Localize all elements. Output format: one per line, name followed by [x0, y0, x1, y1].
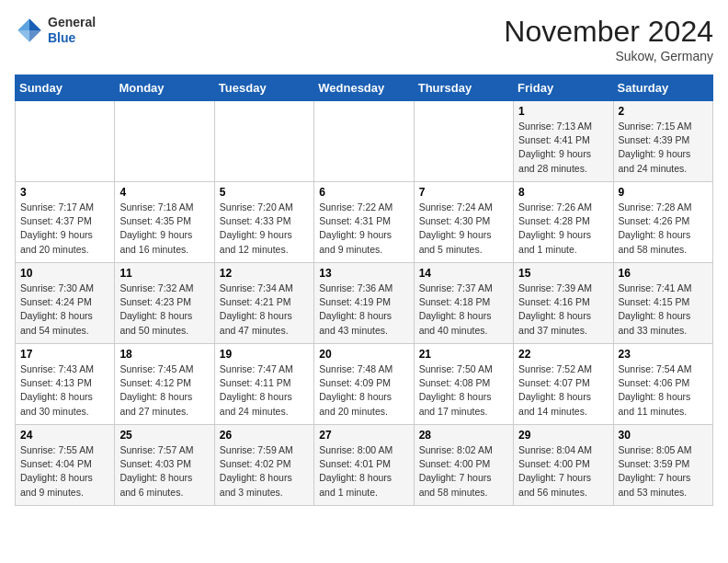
- week-row: 24Sunrise: 7:55 AM Sunset: 4:04 PM Dayli…: [16, 425, 713, 506]
- logo: General Blue: [15, 15, 96, 46]
- day-number: 26: [220, 429, 309, 442]
- day-number: 21: [419, 348, 508, 361]
- day-number: 1: [518, 105, 608, 118]
- weekday-header-friday: Friday: [514, 75, 613, 101]
- day-number: 14: [419, 267, 508, 280]
- weekday-row: SundayMondayTuesdayWednesdayThursdayFrid…: [16, 75, 713, 101]
- day-number: 10: [20, 267, 109, 280]
- day-cell: 23Sunrise: 7:54 AM Sunset: 4:06 PM Dayli…: [613, 344, 712, 425]
- day-cell: 9Sunrise: 7:28 AM Sunset: 4:26 PM Daylig…: [613, 182, 712, 263]
- day-info: Sunrise: 7:47 AM Sunset: 4:11 PM Dayligh…: [220, 362, 309, 419]
- day-info: Sunrise: 8:04 AM Sunset: 4:00 PM Dayligh…: [518, 443, 608, 500]
- day-info: Sunrise: 7:41 AM Sunset: 4:15 PM Dayligh…: [619, 282, 708, 338]
- day-info: Sunrise: 7:20 AM Sunset: 4:33 PM Dayligh…: [220, 201, 309, 257]
- day-number: 4: [119, 186, 209, 199]
- logo-icon: [15, 16, 44, 45]
- day-cell: [214, 101, 313, 182]
- day-cell: 19Sunrise: 7:47 AM Sunset: 4:11 PM Dayli…: [214, 344, 313, 425]
- svg-marker-2: [17, 30, 29, 42]
- day-number: 29: [518, 429, 608, 442]
- day-info: Sunrise: 7:34 AM Sunset: 4:21 PM Dayligh…: [220, 282, 309, 338]
- day-number: 23: [619, 348, 708, 361]
- day-number: 16: [619, 267, 708, 280]
- day-cell: [16, 101, 115, 182]
- day-cell: 10Sunrise: 7:30 AM Sunset: 4:24 PM Dayli…: [16, 263, 115, 344]
- weekday-header-thursday: Thursday: [414, 75, 513, 101]
- day-cell: [314, 101, 414, 182]
- day-info: Sunrise: 7:17 AM Sunset: 4:37 PM Dayligh…: [20, 201, 109, 257]
- logo-general: General: [48, 15, 96, 30]
- weekday-header-sunday: Sunday: [16, 75, 115, 101]
- day-info: Sunrise: 7:32 AM Sunset: 4:23 PM Dayligh…: [119, 282, 209, 338]
- day-cell: [115, 101, 214, 182]
- day-info: Sunrise: 7:43 AM Sunset: 4:13 PM Dayligh…: [20, 362, 109, 419]
- day-info: Sunrise: 7:15 AM Sunset: 4:39 PM Dayligh…: [619, 120, 708, 176]
- day-cell: 21Sunrise: 7:50 AM Sunset: 4:08 PM Dayli…: [414, 344, 513, 425]
- day-cell: 17Sunrise: 7:43 AM Sunset: 4:13 PM Dayli…: [16, 344, 115, 425]
- week-row: 3Sunrise: 7:17 AM Sunset: 4:37 PM Daylig…: [16, 182, 713, 263]
- week-row: 10Sunrise: 7:30 AM Sunset: 4:24 PM Dayli…: [16, 263, 713, 344]
- day-info: Sunrise: 7:54 AM Sunset: 4:06 PM Dayligh…: [619, 362, 708, 419]
- day-number: 28: [419, 429, 508, 442]
- day-number: 30: [619, 429, 708, 442]
- day-info: Sunrise: 7:18 AM Sunset: 4:35 PM Dayligh…: [119, 201, 209, 257]
- day-number: 7: [419, 186, 508, 199]
- day-number: 25: [119, 429, 209, 442]
- day-info: Sunrise: 7:39 AM Sunset: 4:16 PM Dayligh…: [518, 282, 608, 338]
- day-info: Sunrise: 8:02 AM Sunset: 4:00 PM Dayligh…: [419, 443, 508, 500]
- day-number: 13: [319, 267, 408, 280]
- day-number: 17: [20, 348, 109, 361]
- day-number: 15: [518, 267, 608, 280]
- day-cell: 15Sunrise: 7:39 AM Sunset: 4:16 PM Dayli…: [514, 263, 613, 344]
- day-info: Sunrise: 7:13 AM Sunset: 4:41 PM Dayligh…: [518, 120, 608, 176]
- day-cell: 2Sunrise: 7:15 AM Sunset: 4:39 PM Daylig…: [613, 101, 712, 182]
- day-cell: 24Sunrise: 7:55 AM Sunset: 4:04 PM Dayli…: [16, 425, 115, 506]
- day-info: Sunrise: 7:26 AM Sunset: 4:28 PM Dayligh…: [518, 201, 608, 257]
- day-info: Sunrise: 7:50 AM Sunset: 4:08 PM Dayligh…: [419, 362, 508, 419]
- day-number: 9: [619, 186, 708, 199]
- day-info: Sunrise: 7:30 AM Sunset: 4:24 PM Dayligh…: [20, 282, 109, 338]
- day-number: 19: [220, 348, 309, 361]
- weekday-header-monday: Monday: [115, 75, 214, 101]
- day-info: Sunrise: 7:45 AM Sunset: 4:12 PM Dayligh…: [119, 362, 209, 419]
- day-cell: 25Sunrise: 7:57 AM Sunset: 4:03 PM Dayli…: [115, 425, 214, 506]
- day-cell: 13Sunrise: 7:36 AM Sunset: 4:19 PM Dayli…: [314, 263, 414, 344]
- day-cell: [414, 101, 513, 182]
- svg-marker-1: [17, 18, 29, 30]
- day-info: Sunrise: 7:57 AM Sunset: 4:03 PM Dayligh…: [119, 443, 209, 500]
- day-cell: 12Sunrise: 7:34 AM Sunset: 4:21 PM Dayli…: [214, 263, 313, 344]
- calendar-table: SundayMondayTuesdayWednesdayThursdayFrid…: [15, 75, 713, 506]
- week-row: 17Sunrise: 7:43 AM Sunset: 4:13 PM Dayli…: [16, 344, 713, 425]
- day-cell: 1Sunrise: 7:13 AM Sunset: 4:41 PM Daylig…: [514, 101, 613, 182]
- day-info: Sunrise: 7:55 AM Sunset: 4:04 PM Dayligh…: [20, 443, 109, 500]
- day-cell: 27Sunrise: 8:00 AM Sunset: 4:01 PM Dayli…: [314, 425, 414, 506]
- weekday-header-tuesday: Tuesday: [214, 75, 313, 101]
- day-info: Sunrise: 7:48 AM Sunset: 4:09 PM Dayligh…: [319, 362, 408, 419]
- day-cell: 29Sunrise: 8:04 AM Sunset: 4:00 PM Dayli…: [514, 425, 613, 506]
- svg-marker-3: [29, 30, 41, 42]
- day-number: 8: [518, 186, 608, 199]
- day-number: 22: [518, 348, 608, 361]
- day-cell: 26Sunrise: 7:59 AM Sunset: 4:02 PM Dayli…: [214, 425, 313, 506]
- day-info: Sunrise: 8:05 AM Sunset: 3:59 PM Dayligh…: [619, 443, 708, 500]
- day-info: Sunrise: 7:52 AM Sunset: 4:07 PM Dayligh…: [518, 362, 608, 419]
- day-cell: 14Sunrise: 7:37 AM Sunset: 4:18 PM Dayli…: [414, 263, 513, 344]
- day-number: 20: [319, 348, 408, 361]
- day-cell: 20Sunrise: 7:48 AM Sunset: 4:09 PM Dayli…: [314, 344, 414, 425]
- weekday-header-saturday: Saturday: [613, 75, 712, 101]
- day-info: Sunrise: 7:37 AM Sunset: 4:18 PM Dayligh…: [419, 282, 508, 338]
- day-number: 24: [20, 429, 109, 442]
- day-number: 12: [220, 267, 309, 280]
- calendar-header: SundayMondayTuesdayWednesdayThursdayFrid…: [16, 75, 713, 101]
- day-number: 3: [20, 186, 109, 199]
- day-number: 11: [119, 267, 209, 280]
- weekday-header-wednesday: Wednesday: [314, 75, 414, 101]
- logo-blue: Blue: [48, 30, 96, 46]
- svg-marker-0: [29, 18, 41, 30]
- day-cell: 22Sunrise: 7:52 AM Sunset: 4:07 PM Dayli…: [514, 344, 613, 425]
- day-cell: 18Sunrise: 7:45 AM Sunset: 4:12 PM Dayli…: [115, 344, 214, 425]
- day-info: Sunrise: 7:28 AM Sunset: 4:26 PM Dayligh…: [619, 201, 708, 257]
- location: Sukow, Germany: [504, 49, 713, 63]
- day-cell: 8Sunrise: 7:26 AM Sunset: 4:28 PM Daylig…: [514, 182, 613, 263]
- day-cell: 11Sunrise: 7:32 AM Sunset: 4:23 PM Dayli…: [115, 263, 214, 344]
